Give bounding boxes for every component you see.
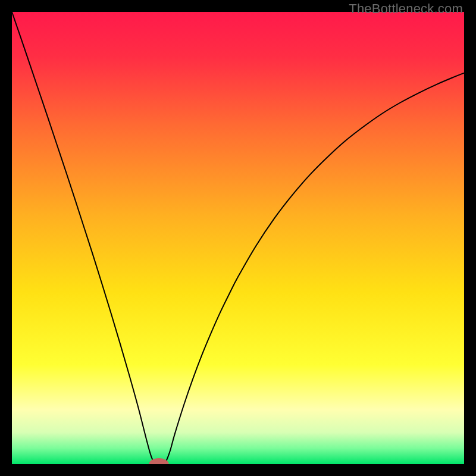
chart-background <box>12 12 464 464</box>
chart-svg <box>12 12 464 464</box>
chart-frame <box>12 12 464 464</box>
watermark-text: TheBottleneck.com <box>349 1 463 17</box>
